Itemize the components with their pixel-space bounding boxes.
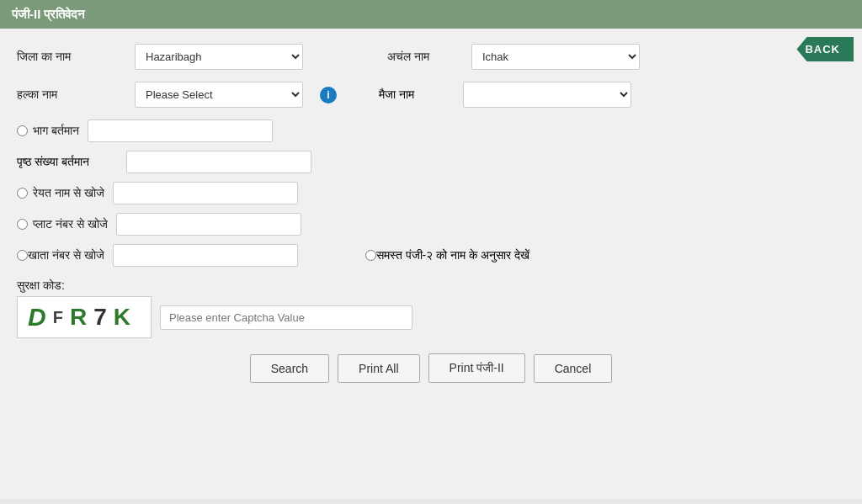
plot-label: प्लाट नंबर से खोजे xyxy=(33,217,108,231)
captcha-char-d: D xyxy=(28,303,50,332)
samast-radio[interactable] xyxy=(365,250,376,261)
district-row: जिला का नाम Hazaribagh अचंल नाम Ichak xyxy=(17,44,845,70)
halka-row: हल्का नाम Please Select i मैजा नाम xyxy=(17,82,845,108)
district-select[interactable]: Hazaribagh xyxy=(135,44,303,70)
search-button[interactable]: Search xyxy=(250,354,329,383)
info-icon[interactable]: i xyxy=(320,87,337,103)
captcha-char-k: K xyxy=(114,304,134,331)
plot-row: प्लाट नंबर से खोजे xyxy=(17,213,845,236)
bhag-row: भाग बर्तमान xyxy=(17,119,845,142)
bhag-input[interactable] xyxy=(88,119,273,142)
print-panji-button[interactable]: Print पंजी-II xyxy=(428,353,525,383)
prishtha-label: पृष्ठ संख्या बर्तमान xyxy=(17,155,126,169)
captcha-image: D F R 7 K xyxy=(17,296,152,338)
button-row: Search Print All Print पंजी-II Cancel xyxy=(17,353,845,383)
back-button[interactable]: BACK xyxy=(796,37,854,61)
raiyat-row: रेयत नाम से खोजे xyxy=(17,182,845,204)
district-label: जिला का नाम xyxy=(17,50,118,64)
bhag-label: भाग बर्तमान xyxy=(33,124,79,138)
main-container: BACK जिला का नाम Hazaribagh अचंल नाम Ich… xyxy=(0,29,862,499)
khata-radio[interactable] xyxy=(17,250,28,261)
prishtha-input[interactable] xyxy=(126,151,311,173)
anchal-select[interactable]: Ichak xyxy=(471,44,640,70)
khata-label: खाता नंबर से खोजे xyxy=(28,248,104,263)
cancel-button[interactable]: Cancel xyxy=(534,354,613,383)
raiyat-label: रेयत नाम से खोजे xyxy=(33,186,104,200)
mauja-select[interactable] xyxy=(463,82,631,108)
plot-input[interactable] xyxy=(116,213,301,236)
mauja-label: मैजा नाम xyxy=(379,88,446,102)
bhag-radio[interactable] xyxy=(17,125,28,136)
halka-select[interactable]: Please Select xyxy=(135,82,303,108)
samast-section: समस्त पंजी-२ को नाम के अनुसार देखें xyxy=(365,248,529,263)
page-title: पंजी-II प्रतिवेदन xyxy=(0,0,862,29)
captcha-char-r: R xyxy=(70,304,90,331)
anchal-label: अचंल नाम xyxy=(387,50,455,64)
prishtha-row: पृष्ठ संख्या बर्तमान xyxy=(17,151,845,173)
captcha-section: सुरक्षा कोड: D F R 7 K xyxy=(17,279,845,338)
captcha-char-7: 7 xyxy=(93,304,110,331)
plot-radio[interactable] xyxy=(17,219,28,230)
samast-label: समस्त पंजी-२ को नाम के अनुसार देखें xyxy=(376,248,529,263)
khata-samast-row: खाता नंबर से खोजे समस्त पंजी-२ को नाम के… xyxy=(17,244,845,267)
khata-input[interactable] xyxy=(113,244,298,267)
khata-section: खाता नंबर से खोजे xyxy=(17,244,298,267)
halka-label: हल्का नाम xyxy=(17,88,118,102)
print-all-button[interactable]: Print All xyxy=(338,354,419,383)
raiyat-radio[interactable] xyxy=(17,188,28,199)
raiyat-input[interactable] xyxy=(113,182,298,204)
captcha-label: सुरक्षा कोड: xyxy=(17,279,845,293)
captcha-input[interactable] xyxy=(160,305,412,330)
captcha-char-f: F xyxy=(53,308,67,327)
